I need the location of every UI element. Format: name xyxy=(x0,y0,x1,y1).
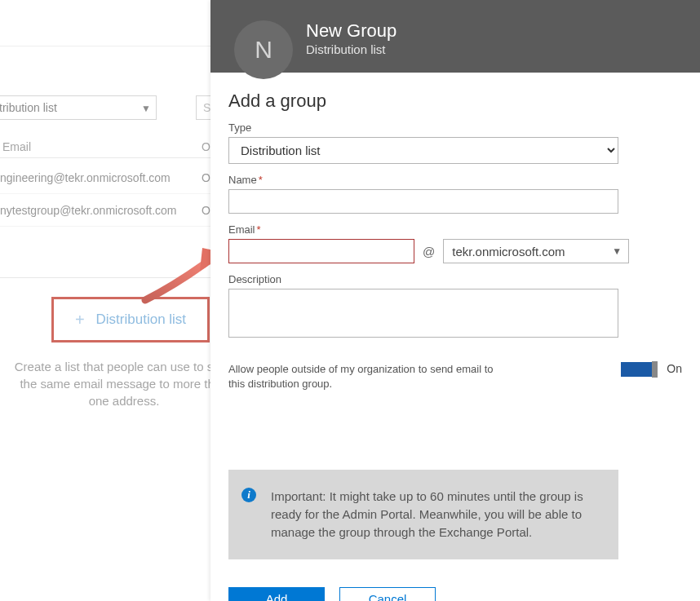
distribution-list-caption: Create a list that people can use to sen… xyxy=(10,358,238,409)
type-select[interactable]: Distribution list xyxy=(228,137,618,164)
panel-body: Add a group Type Distribution list Name*… xyxy=(210,73,700,601)
avatar: N xyxy=(234,20,293,79)
button-row: Add Cancel xyxy=(228,587,682,601)
email-domain-select[interactable]: tekr.onmicrosoft.com ▼ xyxy=(443,239,629,263)
background-groups-list: tribution list ▼ Se Email O ngineering@t… xyxy=(0,0,210,601)
distribution-list-button[interactable]: + Distribution list xyxy=(51,297,210,342)
add-button[interactable]: Add xyxy=(228,587,325,601)
filter-dropdown[interactable]: tribution list ▼ xyxy=(0,95,157,120)
row-owner: O xyxy=(202,204,210,217)
distribution-list-label: Distribution list xyxy=(96,312,187,328)
row-owner: O xyxy=(202,171,210,184)
name-field[interactable] xyxy=(228,189,618,214)
type-label: Type xyxy=(228,122,682,134)
allow-external-toggle[interactable] xyxy=(621,362,655,377)
add-group-panel: N New Group Distribution list Add a grou… xyxy=(210,0,700,601)
email-label: Email* xyxy=(228,223,682,236)
plus-icon: + xyxy=(75,311,85,329)
required-asterisk: * xyxy=(257,223,261,236)
col-email-header: Email xyxy=(2,140,31,153)
table-row[interactable]: nytestgroup@tekr.onmicrosoft.com O xyxy=(0,194,210,227)
background-topbar xyxy=(0,0,210,46)
toggle-state-label: On xyxy=(667,362,682,375)
required-asterisk: * xyxy=(259,174,263,186)
cancel-button-label: Cancel xyxy=(369,592,407,601)
email-field[interactable] xyxy=(228,239,414,263)
toggle-fill xyxy=(621,362,652,377)
cancel-button[interactable]: Cancel xyxy=(339,587,436,601)
allow-external-row: Allow people outside of my organization … xyxy=(228,362,682,391)
chevron-down-icon: ▼ xyxy=(612,245,622,257)
description-field[interactable] xyxy=(228,289,618,338)
table-row[interactable]: ngineering@tekr.onmicrosoft.com O xyxy=(0,161,210,194)
toggle-knob xyxy=(652,361,658,378)
name-label: Name* xyxy=(228,174,682,186)
table-header: Email O xyxy=(0,135,210,158)
panel-title: New Group xyxy=(306,20,397,42)
info-text: Important: It might take up to 60 minute… xyxy=(271,489,583,539)
info-box: i Important: It might take up to 60 minu… xyxy=(228,470,618,559)
chevron-down-icon: ▼ xyxy=(141,103,151,114)
divider xyxy=(0,277,210,278)
info-icon: i xyxy=(241,488,256,502)
email-domain-value: tekr.onmicrosoft.com xyxy=(452,245,565,259)
col-owner-header: O xyxy=(202,140,210,153)
form-title: Add a group xyxy=(228,91,682,112)
at-symbol: @ xyxy=(423,245,435,259)
email-label-text: Email xyxy=(228,223,255,236)
row-email: ngineering@tekr.onmicrosoft.com xyxy=(0,171,171,184)
add-button-label: Add xyxy=(266,592,288,601)
panel-subtitle: Distribution list xyxy=(306,42,386,56)
avatar-letter: N xyxy=(255,36,272,64)
name-label-text: Name xyxy=(228,174,257,186)
description-label: Description xyxy=(228,273,682,285)
panel-header: N New Group Distribution list xyxy=(210,0,700,73)
email-row: @ tekr.onmicrosoft.com ▼ xyxy=(228,239,682,263)
allow-external-text: Allow people outside of my organization … xyxy=(228,362,506,391)
row-email: nytestgroup@tekr.onmicrosoft.com xyxy=(0,204,177,217)
filter-value: tribution list xyxy=(0,101,57,114)
